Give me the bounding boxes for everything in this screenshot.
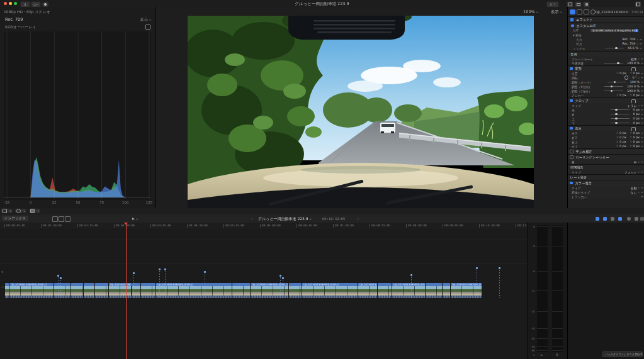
reset-icon[interactable] xyxy=(640,43,642,45)
reset-icon[interactable] xyxy=(641,82,643,83)
slider-knob[interactable] xyxy=(615,113,618,116)
timeline-clip[interactable]: DJI_20230813090008_0030_D xyxy=(392,283,425,298)
reset-icon[interactable] xyxy=(641,86,643,87)
timeline-clip[interactable]: DJI_20230813090008_0030_D xyxy=(109,283,132,298)
param-slider[interactable] xyxy=(604,91,623,91)
keyframe-marker-dot[interactable] xyxy=(280,275,281,277)
section-checkbox[interactable] xyxy=(570,150,573,153)
param-value[interactable]: 自動 xyxy=(631,186,637,190)
reset-icon[interactable] xyxy=(641,114,643,115)
param-value[interactable]: 100.0 % xyxy=(627,62,640,65)
timeline-clip[interactable]: DJI_20230813090008_0030_D xyxy=(302,283,358,298)
index-button[interactable]: インデックス xyxy=(2,216,28,221)
param-value-y[interactable]: 0 px xyxy=(633,72,640,75)
section-header[interactable]: 歪み xyxy=(568,125,644,131)
slider-knob[interactable] xyxy=(611,90,613,92)
timeline-tracks[interactable]: DJI_20230813090008_0030_DDJI_20230813090… xyxy=(0,229,528,359)
param-value-x[interactable]: 0 px xyxy=(619,131,626,135)
section-header[interactable]: 手ぶれ補正 xyxy=(568,148,644,154)
project-back-button[interactable]: ‹ xyxy=(251,216,252,221)
section-header[interactable]: 変形 xyxy=(568,65,644,71)
param-value[interactable]: 0 px xyxy=(633,113,640,116)
section-checkbox[interactable] xyxy=(570,99,573,102)
param-value[interactable]: 0 ° xyxy=(632,76,636,79)
snapping-toggle-icon[interactable] xyxy=(618,217,622,221)
param-value-x[interactable]: 0 px xyxy=(619,72,626,75)
lut-popup-button[interactable]: DJI OSMO Action 4 D-Log M to Rec.709...∨ xyxy=(590,29,638,33)
keyframe-marker-dot[interactable] xyxy=(133,272,135,274)
inspector-toggle-button[interactable] xyxy=(635,1,641,8)
info-inspector-tab[interactable] xyxy=(590,9,596,14)
reset-icon[interactable] xyxy=(641,118,643,119)
param-value[interactable]: 中 xyxy=(634,160,637,164)
reset-icon[interactable] xyxy=(641,63,643,64)
viewer-zoom-menu[interactable]: 100%∨ xyxy=(523,9,538,14)
reset-icon[interactable] xyxy=(641,137,643,138)
param-value[interactable]: 0 px xyxy=(633,117,640,120)
scope-view-menu[interactable]: 表示∨ xyxy=(140,17,151,23)
param-slider[interactable] xyxy=(611,123,630,123)
track-handle-icon[interactable] xyxy=(1,287,4,287)
slider-knob[interactable] xyxy=(615,122,618,124)
section-header[interactable]: レート適合 xyxy=(568,174,644,180)
color-inspector-tab[interactable] xyxy=(577,9,582,14)
param-value[interactable]: Rec. 709 xyxy=(623,42,636,45)
timeline-zoom-icon[interactable] xyxy=(640,217,644,221)
keyword-tool-icon[interactable] xyxy=(59,216,64,222)
slider-knob[interactable] xyxy=(614,81,616,84)
timeline-clip[interactable] xyxy=(426,283,442,298)
clip-appearance-icon[interactable] xyxy=(635,217,638,221)
share-button[interactable]: ⇧ ∨ xyxy=(546,1,559,8)
scope-layout-menu[interactable]: ∨ xyxy=(1,209,13,213)
param-value[interactable]: 100.0 % xyxy=(627,89,640,92)
timeline-clip[interactable] xyxy=(378,283,392,298)
timeline-clip[interactable] xyxy=(443,283,450,298)
param-value-x[interactable]: 0 px xyxy=(619,140,626,143)
param-value-y[interactable]: 0 px xyxy=(633,131,640,135)
param-value[interactable]: Rec. 709 xyxy=(623,38,636,41)
keyframe-marker-dot[interactable] xyxy=(60,277,62,279)
scope-channel-menu[interactable]: ∨ xyxy=(15,209,26,213)
reset-icon[interactable] xyxy=(641,172,643,173)
scope-display-menu[interactable]: ∨ xyxy=(29,209,40,213)
browser-toggle-button[interactable] xyxy=(567,1,573,8)
param-slider[interactable] xyxy=(604,63,623,64)
param-value-y[interactable]: 0 px xyxy=(633,145,640,148)
rotation-dial-icon[interactable] xyxy=(624,75,629,80)
keyframe-marker-dot[interactable] xyxy=(164,268,166,270)
reset-icon[interactable] xyxy=(641,146,643,147)
keyframe-marker-dot[interactable] xyxy=(204,271,206,273)
timeline-clip[interactable] xyxy=(141,283,155,298)
rating-tool-icon[interactable] xyxy=(65,216,71,222)
param-value[interactable]: トリム xyxy=(628,104,637,108)
section-checkbox[interactable] xyxy=(570,182,573,185)
slider-knob[interactable] xyxy=(611,86,613,88)
slider-knob[interactable] xyxy=(615,118,618,120)
reset-icon[interactable] xyxy=(641,141,643,143)
project-forward-button[interactable]: › xyxy=(358,216,359,221)
param-slider[interactable] xyxy=(607,82,626,82)
timeline-clip[interactable]: DJI_20230813090008_0030_D xyxy=(156,283,232,298)
viewer-view-menu[interactable]: 表示∨ xyxy=(551,9,562,15)
param-value[interactable]: フィット xyxy=(624,170,637,174)
section-checkbox[interactable] xyxy=(570,67,573,70)
section-header[interactable]: クロップ xyxy=(568,97,644,103)
param-value[interactable]: 100 % xyxy=(630,80,640,84)
project-name-menu[interactable]: グルっと一周自動車道 223.9∨ xyxy=(258,216,312,222)
param-value-x[interactable]: 0 px xyxy=(619,136,626,139)
keyframe-marker-dot[interactable] xyxy=(476,267,478,269)
slider-knob[interactable] xyxy=(617,62,619,65)
timeline-clip[interactable]: DJI_20230813090008_0030_D xyxy=(358,283,377,298)
param-value[interactable]: 0 px xyxy=(633,108,640,111)
reset-icon[interactable] xyxy=(641,95,643,96)
param-value[interactable]: なし xyxy=(631,191,637,194)
timeline-clip[interactable] xyxy=(84,283,94,298)
param-value-x[interactable]: 0 px xyxy=(619,94,626,97)
reset-icon[interactable] xyxy=(641,123,643,124)
section-checkbox[interactable] xyxy=(571,25,574,28)
section-header[interactable]: カラー適合 xyxy=(568,180,644,185)
reset-icon[interactable] xyxy=(640,39,642,40)
keyframe-marker-dot[interactable] xyxy=(57,275,59,277)
reset-icon[interactable] xyxy=(641,162,643,163)
timeline-clip[interactable] xyxy=(232,283,250,298)
